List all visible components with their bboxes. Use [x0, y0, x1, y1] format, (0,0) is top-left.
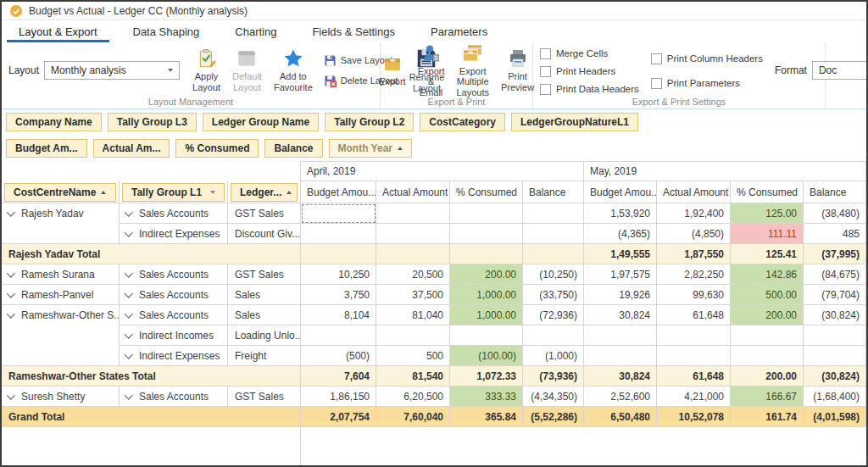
value-cell[interactable]: 365.84 — [450, 407, 523, 427]
value-cell[interactable]: 125.41 — [731, 244, 804, 264]
value-cell[interactable]: 7,604 — [301, 366, 376, 386]
value-cell[interactable] — [301, 244, 376, 264]
tab-parameters[interactable]: Parameters — [419, 22, 499, 42]
filter-field-chip-ledger-group-name[interactable]: Ledger Group Name — [203, 113, 319, 131]
value-cell[interactable]: 1,000.00 — [450, 285, 523, 305]
value-cell[interactable]: 30,824 — [584, 305, 657, 325]
checkbox-box[interactable] — [540, 84, 551, 95]
data-field-chip[interactable]: Actual Am... — [93, 139, 170, 158]
col-header-apr-actual[interactable]: Actual Amount — [376, 181, 450, 203]
export-multiple-layouts-button[interactable]: Export Multiple Layouts — [452, 42, 493, 100]
ledger-cell[interactable]: GST Sales — [228, 386, 301, 407]
value-cell[interactable]: 1,92,400 — [657, 203, 731, 224]
value-cell[interactable] — [804, 325, 866, 346]
value-cell[interactable]: (4,365) — [584, 224, 657, 244]
ledger-cell[interactable]: Discount Giv... — [228, 224, 301, 244]
print-preview-button[interactable]: Print Preview — [497, 47, 538, 94]
value-cell[interactable]: 20,500 — [376, 264, 450, 285]
value-cell[interactable] — [657, 346, 731, 366]
layout-select[interactable]: Monthly analysis — [44, 61, 180, 80]
expand-chevron-icon[interactable] — [125, 351, 133, 359]
value-cell[interactable]: 200.00 — [450, 264, 523, 285]
value-cell[interactable] — [376, 224, 450, 244]
value-cell[interactable] — [731, 325, 804, 346]
col-header-apr-consumed[interactable]: % Consumed — [450, 181, 523, 203]
apply-layout-button[interactable]: Apply Layout — [188, 47, 225, 94]
value-cell[interactable]: (72,936) — [523, 305, 584, 325]
value-cell[interactable]: 1,97,575 — [584, 264, 657, 285]
value-cell[interactable]: 2,07,754 — [301, 407, 376, 427]
checkbox-print-headers[interactable]: Print Headers — [540, 66, 639, 77]
cost-centre-cell[interactable] — [2, 224, 120, 244]
value-cell[interactable] — [301, 325, 376, 346]
value-cell[interactable]: 2,82,250 — [657, 264, 731, 285]
value-cell[interactable] — [450, 224, 523, 244]
value-cell[interactable]: 99,630 — [657, 285, 731, 305]
data-field-chip[interactable]: Budget Am... — [6, 139, 87, 158]
tab-fields-settings[interactable]: Fields & Settings — [300, 22, 407, 42]
filter-field-chip-tally-group-l3[interactable]: Tally Group L3 — [108, 113, 197, 131]
ledger-cell[interactable]: GST Sales — [228, 203, 301, 224]
ledger-cell[interactable]: Sales — [228, 305, 301, 325]
value-cell[interactable]: 61,648 — [657, 305, 731, 325]
row-header-ledger[interactable]: Ledger... — [228, 181, 301, 203]
value-cell[interactable] — [450, 203, 523, 224]
column-field-chip-month-year[interactable]: Month Year — [329, 139, 412, 158]
checkbox-print-column-headers[interactable]: Print Column Headers — [651, 53, 763, 64]
value-cell[interactable]: 61,648 — [657, 366, 731, 386]
filter-field-chip-costcategory[interactable]: CostCategory — [420, 113, 505, 131]
value-cell[interactable]: (4,01,598) — [804, 407, 866, 427]
expand-chevron-icon[interactable] — [7, 392, 15, 400]
value-cell[interactable]: 1,86,150 — [301, 386, 376, 407]
value-cell[interactable]: 10,52,078 — [657, 407, 731, 427]
value-cell[interactable] — [584, 325, 657, 346]
value-cell[interactable] — [731, 346, 804, 366]
value-cell[interactable]: (37,995) — [804, 244, 866, 264]
value-cell[interactable]: 200.00 — [731, 305, 804, 325]
value-cell[interactable]: 1,072.33 — [450, 366, 523, 386]
tally-group-cell[interactable]: Sales Accounts — [120, 285, 228, 305]
tally-group-cell[interactable]: Indirect Expenses — [120, 346, 228, 366]
value-cell[interactable]: (100.00) — [450, 346, 523, 366]
data-field-chip[interactable]: Balance — [264, 139, 322, 158]
checkbox-box[interactable] — [651, 53, 662, 64]
ledger-cell[interactable]: Loading Unlo... — [228, 325, 301, 346]
checkbox-box[interactable] — [651, 78, 662, 89]
value-cell[interactable]: (30,824) — [804, 305, 866, 325]
row-header-tally-group[interactable]: Tally Group L1 — [120, 181, 228, 203]
cost-centre-cell[interactable] — [2, 346, 120, 366]
filter-field-chip-ledgergroupnaturel1[interactable]: LedgerGroupNatureL1 — [511, 113, 638, 131]
value-cell[interactable] — [301, 224, 376, 244]
value-cell[interactable]: 500.00 — [731, 285, 804, 305]
value-cell[interactable]: 125.00 — [731, 203, 804, 224]
value-cell[interactable]: 1,49,555 — [584, 244, 657, 264]
value-cell[interactable]: 500 — [376, 346, 450, 366]
tally-group-cell[interactable]: Sales Accounts — [120, 386, 228, 407]
checkbox-box[interactable] — [540, 48, 551, 59]
cost-centre-cell[interactable]: Rajesh Yadav — [2, 203, 120, 224]
filter-field-chip-company-name[interactable]: Company Name — [6, 113, 102, 131]
expand-chevron-icon[interactable] — [125, 290, 133, 298]
tally-group-cell[interactable]: Indirect Incomes — [120, 325, 228, 346]
data-field-chip[interactable]: % Consumed — [175, 139, 259, 158]
expand-chevron-icon[interactable] — [125, 331, 133, 339]
checkbox-box[interactable] — [540, 66, 551, 77]
tally-group-cell[interactable]: Indirect Expenses — [120, 224, 228, 244]
tab-layout-export[interactable]: Layout & Export — [7, 22, 109, 42]
value-cell[interactable]: (30,824) — [804, 366, 866, 386]
value-cell[interactable] — [523, 244, 584, 264]
expand-chevron-icon[interactable] — [125, 270, 133, 278]
row-header-costcentre[interactable]: CostCentreName — [2, 181, 120, 203]
value-cell[interactable] — [301, 203, 376, 224]
value-cell[interactable]: 37,500 — [376, 285, 450, 305]
value-cell[interactable]: (38,480) — [804, 203, 866, 224]
value-cell[interactable]: 200.00 — [731, 366, 804, 386]
tally-group-cell[interactable]: Sales Accounts — [120, 203, 228, 224]
expand-chevron-icon[interactable] — [7, 270, 15, 278]
filter-field-chip-tally-group-l2[interactable]: Tally Group L2 — [325, 113, 414, 131]
value-cell[interactable]: (1,000) — [523, 346, 584, 366]
tab-data-shaping[interactable]: Data Shaping — [121, 22, 212, 42]
value-cell[interactable]: (33,750) — [523, 285, 584, 305]
col-header-may-balance[interactable]: Balance — [804, 181, 866, 203]
expand-chevron-icon[interactable] — [7, 290, 15, 298]
